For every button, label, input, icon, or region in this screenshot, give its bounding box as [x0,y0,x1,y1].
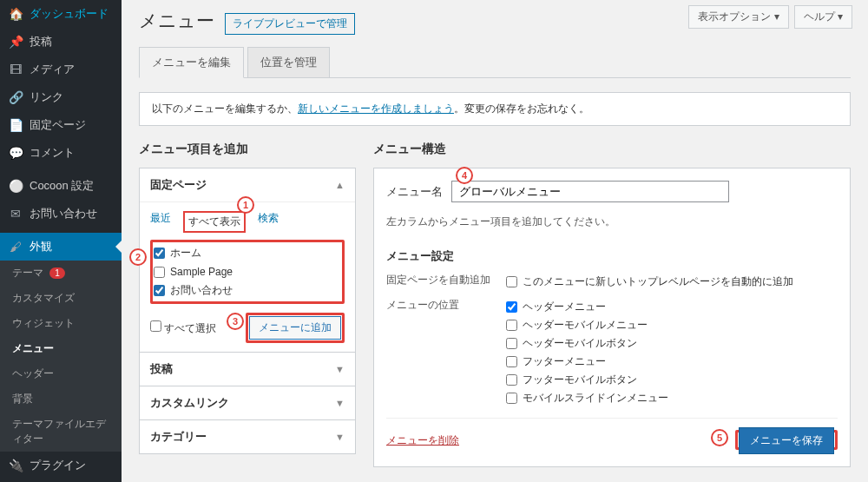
auto-add-label: 固定ページを自動追加 [386,273,490,287]
chevron-down-icon: ▼ [335,364,345,374]
menu-structure-heading: メニュー構造 [373,142,851,157]
menu-icon: 🔗 [9,90,23,104]
location-item[interactable]: フッターモバイルボタン [506,371,668,389]
sidebar-subitem[interactable]: メニュー [0,336,122,361]
structure-hint: 左カラムからメニュー項目を追加してください。 [386,215,838,229]
live-preview-button[interactable]: ライブプレビューで管理 [225,13,355,35]
page-item-checkbox[interactable] [154,285,165,296]
sidebar-item-links[interactable]: 🔗リンク [0,83,122,111]
accordion-custom-link-header[interactable]: カスタムリンク▼ [140,386,355,419]
delete-menu-link[interactable]: メニューを削除 [386,433,459,448]
menu-icon: ⚪ [9,179,23,193]
menu-name-label: メニュー名 [386,184,443,200]
location-item[interactable]: フッターメニュー [506,353,668,371]
menu-icon: 🏠 [9,7,23,21]
sidebar-item-label: メディア [30,62,75,77]
subtab-recent[interactable]: 最近 [150,211,171,233]
sidebar-subitem[interactable]: カスタマイズ [0,286,122,311]
location-checkbox[interactable] [506,374,517,386]
menu-name-input[interactable] [451,181,729,202]
accordion-categories-header[interactable]: カテゴリー▼ [140,420,355,453]
menu-icon: 💬 [9,146,23,160]
sidebar-item-label: 外観 [30,239,52,254]
sidebar-subitem[interactable]: テーマファイルエディター [0,412,122,452]
chevron-down-icon: ▼ [335,432,345,442]
sidebar-item-label: 投稿 [30,34,52,50]
brush-icon: 🖌 [9,240,23,254]
menu-icon: 🎞 [9,63,23,76]
create-menu-link[interactable]: 新しいメニューを作成しましょう [298,102,454,115]
page-item[interactable]: お問い合わせ [154,281,341,300]
location-item[interactable]: モバイルスライドインメニュー [506,389,668,407]
sidebar-item-label: リンク [30,89,63,105]
subtab-all[interactable]: すべて表示 [183,211,246,233]
sidebar-item-media[interactable]: 🎞メディア [0,56,122,83]
tab-edit-menus[interactable]: メニューを編集 [139,47,244,78]
annotation-4: 4 [456,167,473,184]
page-item-checkbox[interactable] [154,267,165,278]
page-item-checkbox[interactable] [154,248,165,259]
main-content: 表示オプション ▾ ヘルプ ▾ メニュー ライブプレビューで管理 メニューを編集… [122,0,868,482]
location-checkbox[interactable] [506,356,517,367]
location-checkbox[interactable] [506,393,517,404]
add-to-menu-button[interactable]: メニューに追加 [249,316,341,340]
sidebar-subitem[interactable]: テーマ 1 [0,261,122,286]
select-all-label[interactable]: すべて選択 [150,320,216,336]
sidebar-item-plugins[interactable]: 🔌プラグイン [0,452,122,479]
sidebar-item-label: Cocoon 設定 [30,178,94,194]
page-item[interactable]: Sample Page [154,263,341,281]
location-checkbox[interactable] [506,320,517,331]
sidebar-item-label: プラグイン [30,458,86,473]
sidebar-subitem[interactable]: ウィジェット [0,311,122,336]
auto-add-checkbox[interactable] [506,276,517,287]
pages-checklist: ホーム Sample Page お問い合わせ [150,240,345,304]
annotation-3: 3 [227,313,244,330]
subtab-search[interactable]: 検索 [258,211,279,233]
select-all-checkbox[interactable] [150,320,161,332]
add-items-heading: メニュー項目を追加 [139,142,356,157]
sidebar-item-cocoon[interactable]: ⚪Cocoon 設定 [0,172,122,200]
location-checkbox[interactable] [506,301,517,313]
sidebar-item-comments[interactable]: 💬コメント [0,139,122,167]
sidebar-item-label: 固定ページ [30,117,86,133]
nav-tabs: メニューを編集 位置を管理 [139,47,851,78]
annotation-2: 2 [129,248,147,266]
screen-options-button[interactable]: 表示オプション ▾ [688,5,788,29]
sidebar-subitem[interactable]: ヘッダー [0,361,122,386]
menu-icon: ✉ [9,207,23,221]
page-title: メニュー [139,9,214,33]
sidebar-item-label: お問い合わせ [30,206,97,221]
menu-location-label: メニューの位置 [386,298,490,313]
save-menu-button[interactable]: メニューを保存 [739,427,834,454]
accordion-posts-header[interactable]: 投稿▼ [140,353,355,386]
help-button[interactable]: ヘルプ ▾ [794,5,852,29]
location-item[interactable]: ヘッダーメニュー [506,298,668,316]
annotation-5: 5 [711,429,728,446]
sidebar-item-posts[interactable]: 📌投稿 [0,28,122,56]
menu-settings-heading: メニュー設定 [386,248,838,264]
chevron-down-icon: ▼ [335,398,345,408]
location-checkbox[interactable] [506,338,517,349]
location-item[interactable]: ヘッダーモバイルメニュー [506,316,668,334]
menu-icon: 🔌 [9,459,23,472]
chevron-up-icon: ▲ [335,180,345,190]
menu-icon: 📄 [9,118,23,132]
location-item[interactable]: ヘッダーモバイルボタン [506,334,668,353]
tab-manage-locations[interactable]: 位置を管理 [247,47,330,77]
page-item[interactable]: ホーム [154,243,341,263]
sidebar-item-dashboard[interactable]: 🏠ダッシュボード [0,0,122,28]
sidebar-item-appearance[interactable]: 🖌 外観 [0,233,122,261]
sidebar-item-label: ダッシュボード [30,6,108,22]
menu-icon: 📌 [9,35,23,49]
accordion-pages: 固定ページ ▲ 1 最近 すべて表示 検索 2 ホーム Sample Page … [139,168,356,353]
sidebar-subitem[interactable]: 背景 [0,386,122,412]
sidebar-item-label: コメント [30,145,75,161]
info-notice: 以下のメニューを編集するか、新しいメニューを作成しましょう。変更の保存をお忘れな… [139,92,851,126]
annotation-1: 1 [237,196,254,214]
sidebar-item-pages[interactable]: 📄固定ページ [0,111,122,139]
sidebar-item-contact[interactable]: ✉お問い合わせ [0,200,122,228]
admin-sidebar: 🏠ダッシュボード📌投稿🎞メディア🔗リンク📄固定ページ💬コメント⚪Cocoon 設… [0,0,122,482]
